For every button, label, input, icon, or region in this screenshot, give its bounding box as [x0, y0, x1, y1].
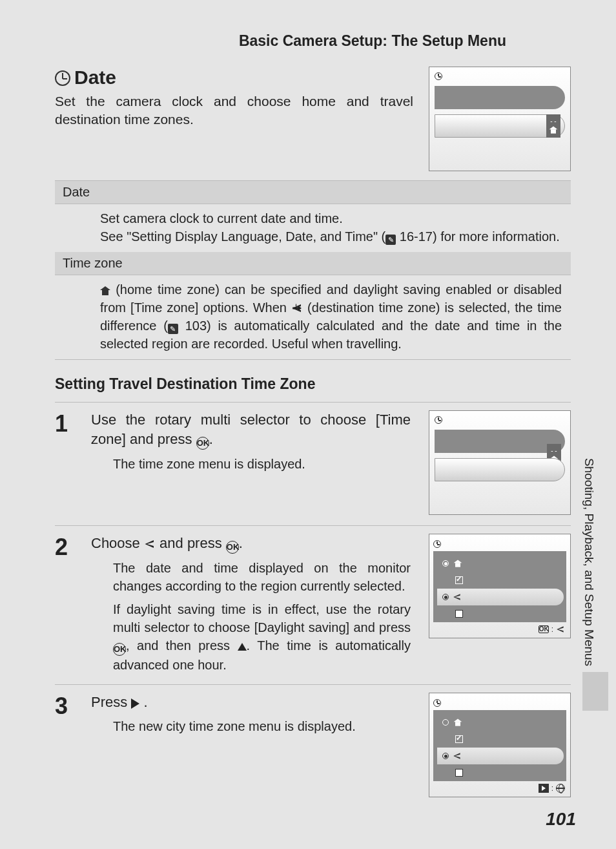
section-intro: Set the camera clock and choose home and…	[55, 92, 413, 129]
screen-row-selected	[435, 458, 565, 481]
clock-icon	[435, 72, 442, 80]
step-3-sub: The new city time zone menu is displayed…	[91, 717, 411, 735]
page-number: 101	[546, 809, 576, 830]
screen-footer: :	[539, 784, 565, 793]
screen-step2: OK:	[429, 534, 571, 638]
ok-icon: OK	[196, 437, 209, 450]
triangle-right-icon	[131, 698, 139, 709]
checkbox-icon	[455, 769, 463, 777]
plane-icon	[556, 625, 565, 634]
plane-icon	[291, 302, 303, 314]
side-tab-marker	[582, 672, 608, 711]
step-1-instruction: Use the rotary multi selector to choose …	[91, 410, 411, 450]
tz-dest-row	[437, 748, 564, 764]
clock-icon	[433, 540, 441, 548]
side-chapter-tab: Shooting, Playback, and Setup Menus	[577, 426, 601, 698]
plane-icon	[453, 751, 462, 760]
ok-icon: OK	[226, 541, 239, 554]
tz-dest-row	[437, 589, 564, 605]
radio-icon	[442, 719, 449, 726]
step-1: 1 Use the rotary multi selector to choos…	[55, 402, 571, 525]
screen-step3: :	[429, 693, 571, 797]
clock-icon	[435, 416, 442, 424]
step-3: 3 Press . The new city time zone menu is…	[55, 684, 571, 808]
radio-icon	[442, 560, 449, 567]
table-head-date: Date	[55, 181, 571, 204]
step-2: 2 Choose and press OK. The date and time…	[55, 525, 571, 684]
home-icon	[549, 126, 558, 133]
triangle-up-icon	[238, 643, 247, 651]
screen-step1: - -	[429, 410, 571, 515]
screen-badge: - -	[546, 114, 560, 138]
screen-date-menu: - -	[429, 67, 571, 171]
radio-icon	[442, 594, 449, 600]
dashes-label: - -	[550, 118, 556, 125]
globe-icon	[556, 784, 565, 793]
tz-home-row	[437, 714, 562, 731]
tz-dest-chk	[437, 764, 562, 781]
tz-home-chk	[437, 572, 562, 589]
step-number: 3	[55, 693, 82, 797]
step-2-sub2: If daylight saving time is in effect, us…	[91, 600, 411, 674]
step-3-instruction: Press .	[91, 693, 411, 712]
checkbox-icon	[455, 576, 463, 584]
step-number: 2	[55, 534, 82, 674]
step-number: 1	[55, 410, 82, 515]
clock-icon	[433, 699, 441, 707]
plane-icon	[144, 538, 156, 550]
header-breadcrumb: Basic Camera Setup: The Setup Menu	[55, 32, 571, 50]
screen-row-date	[435, 86, 565, 109]
plane-icon	[453, 592, 462, 602]
dashes-label: - -	[551, 447, 557, 454]
reference-icon: ✎	[168, 324, 178, 334]
subheading: Setting Travel Destination Time Zone	[55, 375, 571, 393]
play-right-icon	[539, 784, 549, 793]
home-icon	[100, 286, 110, 295]
step-1-sub: The time zone menu is displayed.	[91, 455, 411, 473]
checkbox-icon	[455, 735, 463, 743]
tz-home-chk	[437, 731, 562, 748]
checkbox-icon	[455, 610, 463, 618]
home-icon	[454, 560, 462, 567]
ok-icon: OK	[113, 643, 126, 656]
screen-footer: OK:	[539, 625, 565, 634]
clock-icon	[55, 70, 70, 86]
screen-row-timezone: - -	[435, 114, 565, 138]
home-icon	[454, 718, 462, 726]
options-table: Date Set camera clock to current date an…	[55, 180, 571, 360]
reference-icon: ✎	[385, 235, 396, 245]
ok-icon: OK	[539, 625, 549, 633]
tz-home-row	[437, 555, 562, 572]
step-2-instruction: Choose and press OK.	[91, 534, 411, 554]
table-head-timezone: Time zone	[55, 252, 571, 275]
step-2-sub1: The date and time displayed on the monit…	[91, 559, 411, 595]
side-chapter-label: Shooting, Playback, and Setup Menus	[582, 458, 596, 666]
section-title: Date	[55, 67, 413, 89]
table-body-timezone: (home time zone) can be specified and da…	[55, 275, 571, 359]
radio-icon	[442, 753, 449, 759]
table-body-date: Set camera clock to current date and tim…	[55, 204, 571, 252]
screen-row: - -	[435, 430, 565, 453]
tz-dest-chk	[437, 605, 562, 622]
